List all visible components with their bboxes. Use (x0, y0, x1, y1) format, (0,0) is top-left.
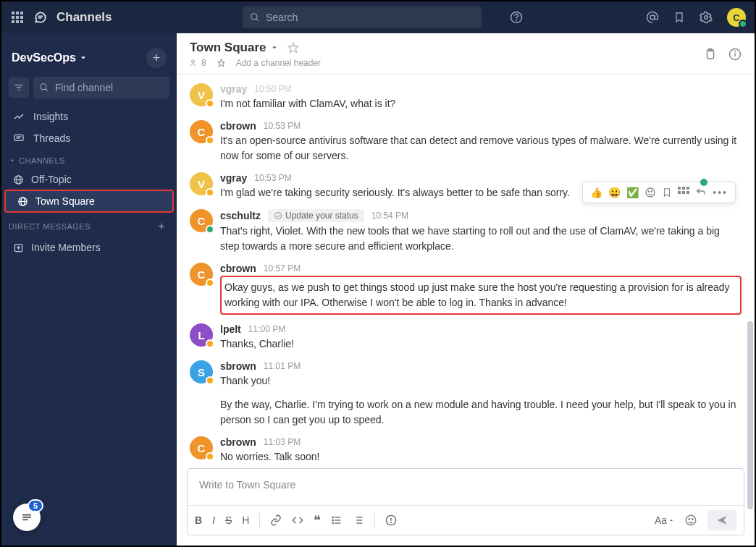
code-button[interactable] (292, 514, 303, 526)
message[interactable]: Ccbrown10:57 PMOkay guys, as we push to … (177, 258, 755, 319)
star-icon[interactable] (287, 42, 299, 54)
message[interactable]: Vvgray10:50 PMI'm not familiar with Clam… (177, 79, 755, 116)
help-icon[interactable] (510, 11, 523, 24)
message[interactable]: Ccbrown11:03 PMNo worries. Talk soon! (177, 432, 755, 464)
message-time: 10:54 PM (371, 211, 408, 221)
clipboard-icon[interactable] (704, 48, 717, 61)
reaction-check[interactable]: ✅ (626, 187, 639, 198)
message-avatar[interactable]: V (190, 172, 213, 195)
add-reaction-icon[interactable] (644, 187, 656, 198)
message-input[interactable]: Write to Town Square (188, 469, 744, 505)
apps-grid-icon[interactable] (10, 10, 25, 25)
message-user[interactable]: cschultz (220, 210, 261, 221)
bold-button[interactable]: B (195, 514, 202, 526)
settings-icon[interactable] (700, 11, 713, 24)
chat-bubble-icon[interactable] (33, 10, 48, 25)
message-user[interactable]: lpelt (220, 323, 241, 335)
reaction-thumbsup[interactable]: 👍 (590, 187, 602, 198)
channel-name: Off-Topic (31, 174, 72, 185)
heading-button[interactable]: H (242, 514, 249, 526)
message-user[interactable]: cbrown (220, 120, 256, 132)
info-icon[interactable] (728, 48, 742, 61)
message-user[interactable]: cbrown (220, 436, 256, 448)
user-avatar[interactable]: C (727, 8, 746, 27)
saved-icon[interactable] (673, 11, 685, 24)
nav-threads[interactable]: Threads (1, 127, 177, 149)
svg-line-12 (256, 19, 259, 21)
channels-section[interactable]: CHANNELS (1, 149, 177, 169)
find-channel-input[interactable]: Find channel (33, 77, 169, 98)
scrollbar-thumb[interactable] (747, 321, 753, 509)
message-text: By the way, Charlie. I'm trying to work … (220, 397, 742, 428)
nav-label: Insights (33, 111, 68, 122)
invite-members[interactable]: Invite Members (1, 237, 177, 258)
more-icon[interactable]: ••• (713, 187, 728, 198)
reply-icon[interactable] (695, 187, 707, 198)
message-body: lpelt11:00 PMThanks, Charlie! (220, 323, 742, 352)
svg-rect-1 (16, 12, 19, 14)
quote-button[interactable]: ❝ (314, 512, 321, 528)
message-text: Thank you! (220, 373, 742, 389)
message-avatar[interactable]: V (190, 83, 213, 106)
message[interactable]: CcschultzUpdate your status10:54 PMThat'… (177, 205, 755, 258)
message-user[interactable]: sbrown (220, 360, 256, 372)
message-avatar[interactable]: C (190, 209, 213, 232)
message-avatar[interactable]: S (190, 360, 213, 383)
italic-button[interactable]: I (212, 514, 215, 526)
add-header-link[interactable]: Add a channel header (236, 58, 321, 68)
message-avatar[interactable]: C (190, 120, 213, 143)
message-avatar[interactable]: C (190, 263, 213, 286)
message-time: 10:53 PM (264, 121, 301, 131)
bulleted-list-button[interactable] (331, 514, 343, 526)
message-time: 10:53 PM (254, 173, 291, 183)
svg-rect-50 (678, 191, 681, 194)
message[interactable]: Llpelt11:00 PMThanks, Charlie! (177, 319, 755, 356)
channel-off-topic[interactable]: Off-Topic (1, 169, 177, 190)
message-body: cbrown11:03 PMNo worries. Talk soon! (220, 436, 742, 464)
svg-marker-37 (289, 43, 298, 52)
svg-rect-8 (20, 20, 23, 23)
status-dot-icon (206, 279, 214, 287)
priority-button[interactable] (385, 514, 397, 526)
link-button[interactable] (270, 514, 282, 526)
numbered-list-button[interactable] (353, 514, 364, 526)
message-avatar[interactable]: C (190, 436, 213, 459)
invite-label: Invite Members (31, 242, 101, 253)
message-avatar[interactable]: L (190, 323, 213, 347)
strike-button[interactable]: S (225, 514, 232, 526)
svg-point-46 (652, 191, 652, 192)
actions-grid-icon[interactable] (678, 187, 689, 198)
activity-fab[interactable]: 5 (13, 504, 41, 531)
member-count[interactable]: 8 (190, 58, 206, 68)
channel-town-square[interactable]: Town Square (6, 191, 172, 211)
message-user[interactable]: cbrown (220, 263, 256, 274)
reaction-smile[interactable]: 😀 (608, 187, 621, 198)
bookmark-icon[interactable] (662, 187, 672, 198)
svg-point-56 (332, 520, 333, 520)
emoji-button[interactable] (684, 514, 697, 527)
scrollbar[interactable] (747, 106, 753, 511)
nav-insights[interactable]: Insights (1, 106, 177, 127)
svg-point-16 (705, 16, 708, 20)
update-status-pill[interactable]: Update your status (268, 209, 364, 222)
global-search-input[interactable]: Search (243, 7, 482, 28)
channel-title[interactable]: Town Square (190, 41, 299, 55)
add-dm-icon[interactable]: + (158, 220, 165, 233)
pin-icon[interactable] (217, 59, 226, 68)
message-user[interactable]: vgray (220, 172, 247, 184)
mentions-icon[interactable] (646, 11, 659, 24)
svg-rect-0 (12, 12, 14, 14)
message-text: No worries. Talk soon! (220, 449, 742, 464)
message-user[interactable]: vgray (220, 83, 247, 95)
message[interactable]: Ssbrown11:01 PMThank you!By the way, Cha… (177, 356, 755, 432)
message[interactable]: Ccbrown10:53 PMIt's an open-source antiv… (177, 116, 755, 168)
filter-button[interactable] (9, 77, 29, 98)
add-button[interactable]: + (146, 48, 167, 68)
team-switcher[interactable]: DevSecOps + (1, 42, 177, 77)
svg-line-21 (46, 89, 48, 91)
threads-icon (13, 132, 25, 144)
dm-section[interactable]: DIRECT MESSAGES + (1, 213, 177, 237)
svg-rect-49 (686, 187, 689, 190)
send-button[interactable] (707, 510, 736, 530)
formatting-toggle[interactable]: Aa (655, 514, 674, 526)
